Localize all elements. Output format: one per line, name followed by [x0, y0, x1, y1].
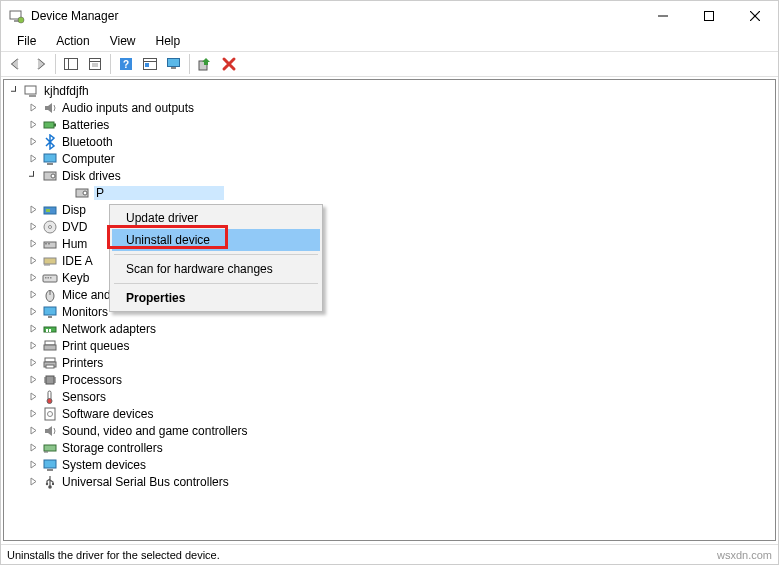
properties-button[interactable]: [84, 53, 106, 75]
window-title: Device Manager: [31, 9, 640, 23]
expand-icon[interactable]: [26, 220, 40, 234]
svg-rect-43: [45, 277, 47, 279]
tree-disk-drives[interactable]: Disk drives: [4, 167, 775, 184]
uninstall-button[interactable]: [218, 53, 240, 75]
expand-icon[interactable]: [26, 271, 40, 285]
expand-icon[interactable]: [26, 322, 40, 336]
monitor-button[interactable]: [163, 53, 185, 75]
expand-icon[interactable]: [26, 424, 40, 438]
svg-text:?: ?: [123, 59, 129, 70]
svg-rect-57: [46, 365, 54, 368]
expand-icon[interactable]: [26, 203, 40, 217]
tree-bluetooth[interactable]: Bluetooth: [4, 133, 775, 150]
expand-icon[interactable]: [26, 475, 40, 489]
collapse-icon[interactable]: [26, 169, 40, 183]
svg-rect-19: [171, 67, 176, 69]
svg-rect-44: [48, 277, 50, 279]
forward-button[interactable]: [29, 53, 51, 75]
expand-icon[interactable]: [26, 254, 40, 268]
tree-root[interactable]: kjhdfdjfh: [4, 82, 775, 99]
tree-sound[interactable]: Sound, video and game controllers: [4, 422, 775, 439]
svg-rect-48: [44, 307, 56, 315]
tree-disk-child[interactable]: P: [4, 184, 775, 201]
tree-label: Monitors: [62, 305, 108, 319]
tree-print-queues[interactable]: Print queues: [4, 337, 775, 354]
bluetooth-icon: [42, 134, 58, 150]
ctx-scan-hardware[interactable]: Scan for hardware changes: [112, 258, 320, 280]
close-button[interactable]: [732, 1, 778, 31]
disk-icon: [74, 185, 90, 201]
expand-icon[interactable]: [26, 101, 40, 115]
svg-rect-69: [44, 445, 56, 451]
tree-network[interactable]: Network adapters: [4, 320, 775, 337]
tree-storage[interactable]: Storage controllers: [4, 439, 775, 456]
help-button[interactable]: ?: [115, 53, 137, 75]
expand-icon[interactable]: [26, 305, 40, 319]
printer-icon: [42, 355, 58, 371]
tree-label: kjhdfdjfh: [44, 84, 89, 98]
svg-rect-37: [48, 243, 50, 245]
expand-icon[interactable]: [26, 356, 40, 370]
svg-rect-21: [25, 86, 36, 94]
svg-rect-76: [52, 483, 54, 485]
tree-label: Print queues: [62, 339, 129, 353]
menu-file[interactable]: File: [7, 32, 46, 50]
tree-label: Hum: [62, 237, 87, 251]
svg-rect-17: [145, 63, 149, 67]
svg-rect-58: [46, 376, 54, 384]
expand-icon[interactable]: [26, 458, 40, 472]
ctx-uninstall-device[interactable]: Uninstall device: [112, 229, 320, 251]
tree-label: Processors: [62, 373, 122, 387]
tree-label: P: [94, 186, 224, 200]
collapse-icon[interactable]: [8, 84, 22, 98]
expand-icon[interactable]: [26, 390, 40, 404]
menu-bar: File Action View Help: [1, 31, 778, 51]
tree-software[interactable]: Software devices: [4, 405, 775, 422]
show-hide-tree-button[interactable]: [60, 53, 82, 75]
menu-action[interactable]: Action: [46, 32, 99, 50]
svg-rect-45: [50, 277, 52, 279]
expand-icon[interactable]: [26, 339, 40, 353]
tree-sensors[interactable]: Sensors: [4, 388, 775, 405]
expand-icon[interactable]: [26, 118, 40, 132]
tree-label: Software devices: [62, 407, 153, 421]
expand-icon[interactable]: [26, 288, 40, 302]
tree-processors[interactable]: Processors: [4, 371, 775, 388]
expand-icon[interactable]: [26, 152, 40, 166]
keyboard-icon: [42, 270, 58, 286]
svg-rect-67: [45, 408, 55, 420]
expand-icon[interactable]: [26, 441, 40, 455]
svg-rect-7: [65, 59, 78, 70]
minimize-button[interactable]: [640, 1, 686, 31]
svg-rect-26: [47, 163, 53, 165]
tree-system[interactable]: System devices: [4, 456, 775, 473]
tree-batteries[interactable]: Batteries: [4, 116, 775, 133]
tree-label: Keyb: [62, 271, 89, 285]
tree-computer[interactable]: Computer: [4, 150, 775, 167]
ctx-update-driver[interactable]: Update driver: [112, 207, 320, 229]
network-icon: [42, 321, 58, 337]
battery-icon: [42, 117, 58, 133]
expand-icon[interactable]: [26, 237, 40, 251]
back-button[interactable]: [5, 53, 27, 75]
tree-printers[interactable]: Printers: [4, 354, 775, 371]
ctx-properties[interactable]: Properties: [112, 287, 320, 309]
maximize-button[interactable]: [686, 1, 732, 31]
tree-audio[interactable]: Audio inputs and outputs: [4, 99, 775, 116]
menu-view[interactable]: View: [100, 32, 146, 50]
sensor-icon: [42, 389, 58, 405]
update-driver-button[interactable]: [194, 53, 216, 75]
svg-rect-25: [44, 154, 56, 162]
expand-icon[interactable]: [26, 407, 40, 421]
menu-help[interactable]: Help: [146, 32, 191, 50]
scan-hardware-button[interactable]: [139, 53, 161, 75]
svg-rect-52: [49, 329, 51, 332]
ide-icon: [42, 253, 58, 269]
ctx-separator: [114, 254, 318, 255]
tree-label: Bluetooth: [62, 135, 113, 149]
tree-usb[interactable]: Universal Serial Bus controllers: [4, 473, 775, 490]
expand-icon[interactable]: [26, 373, 40, 387]
expand-icon[interactable]: [26, 135, 40, 149]
disk-icon: [42, 168, 58, 184]
toolbar: ?: [1, 51, 778, 77]
